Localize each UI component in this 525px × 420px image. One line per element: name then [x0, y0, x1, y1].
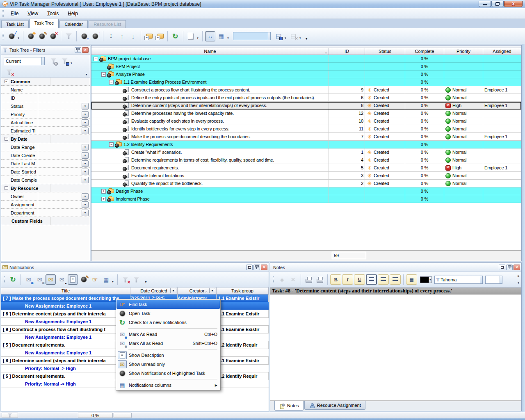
toolbar-button[interactable] — [378, 274, 389, 285]
minimize-button[interactable] — [479, 1, 491, 7]
filter-value-field[interactable] — [38, 94, 90, 102]
pin-button[interactable] — [506, 265, 513, 270]
filter-row[interactable]: Date Last M ▼ — [1, 160, 90, 168]
tree-expander[interactable] — [101, 197, 106, 201]
column-header-task-group[interactable]: Task group — [217, 288, 269, 294]
task-tree-row[interactable]: Determine content (steps and their inter… — [91, 102, 521, 110]
color-dropdown-arrow[interactable]: ▼ — [429, 276, 432, 283]
restore-panel-button[interactable] — [499, 265, 505, 270]
column-header-date-created[interactable]: Date Created▼ — [130, 288, 178, 294]
context-menu-item[interactable]: Check for a new notifications ▶ — [116, 318, 220, 327]
filter-value-field[interactable] — [38, 192, 82, 200]
filter-dropdown-button[interactable]: ▼ — [82, 193, 89, 200]
dropdown-arrow[interactable]: ▼ — [70, 62, 73, 64]
toolbar-button[interactable] — [216, 31, 226, 41]
task-tree-row[interactable]: Construct a process flow chart illustrat… — [91, 86, 521, 94]
context-menu-item[interactable]: Open Task ▶ — [116, 309, 220, 318]
close-panel-button[interactable]: × — [82, 47, 89, 53]
view-tab[interactable]: Resource List — [89, 20, 126, 28]
tab-notes[interactable]: Notes — [274, 401, 304, 411]
task-tree-row[interactable]: Implement Phase 0 % — [91, 195, 521, 203]
task-tree-row[interactable]: Quantify the impact of the bottleneck. 2… — [91, 180, 521, 187]
toolbar-button[interactable] — [131, 274, 142, 285]
tree-expander[interactable] — [101, 72, 106, 77]
toolbar-button[interactable] — [390, 274, 401, 285]
filter-value-field[interactable] — [38, 143, 82, 151]
task-tree-row[interactable]: Evaluate capacity of each step in every … — [91, 117, 521, 125]
view-tab[interactable]: Task List — [1, 20, 29, 28]
toolbar-button[interactable] — [7, 31, 17, 41]
context-menu-item[interactable]: Find task ▶ — [116, 300, 220, 309]
filter-row[interactable]: Date Range ▼ — [1, 143, 90, 151]
column-header-name[interactable]: Name△ — [91, 48, 329, 55]
toolbar-button[interactable] — [90, 274, 100, 285]
toolbar-button[interactable] — [205, 31, 215, 41]
font-family-combo[interactable]: T Tahoma — [434, 276, 483, 284]
filter-value-field[interactable] — [50, 217, 90, 225]
filter-row[interactable]: Name ▼ — [1, 86, 90, 94]
filter-row[interactable]: Estimated Ti ▼ — [1, 127, 90, 135]
context-menu-item[interactable]: Notifications columns ▶ — [116, 381, 220, 390]
context-menu-item[interactable]: Show Description ▶ — [116, 351, 220, 360]
toolbar-button[interactable] — [186, 31, 196, 41]
toolbar-button[interactable] — [144, 31, 154, 41]
filter-dropdown-button[interactable]: ▼ — [82, 169, 89, 175]
pin-button[interactable] — [253, 265, 260, 270]
task-tree-row[interactable]: 1.1 Examine Existing Process Environment… — [91, 78, 521, 86]
toolbar-button[interactable] — [59, 56, 70, 66]
task-tree-row[interactable]: Evaluate tolerant limitations. 3 Created… — [91, 172, 521, 180]
toolbar-button[interactable] — [406, 274, 417, 285]
tree-expander[interactable] — [101, 189, 106, 194]
font-size-combo[interactable] — [485, 276, 502, 284]
task-tree-row[interactable]: Make the process scope document describi… — [91, 133, 521, 141]
dropdown-arrow[interactable]: ▼ — [284, 37, 287, 39]
toolbar-button[interactable] — [315, 274, 325, 285]
tree-expander[interactable] — [94, 57, 98, 61]
filter-dropdown-button[interactable]: ▼ — [82, 201, 89, 208]
toolbar-button[interactable] — [79, 31, 89, 41]
filter-dropdown-button[interactable]: ▼ — [82, 152, 89, 159]
group-collapse-icon[interactable] — [5, 186, 8, 190]
filter-dropdown-button[interactable]: ▼ — [82, 210, 89, 216]
note-editor-area[interactable] — [270, 294, 521, 401]
tree-expander[interactable] — [109, 80, 114, 84]
filter-row[interactable]: Custom Fields ▼ — [1, 217, 90, 225]
column-header-complete[interactable]: Complete — [405, 48, 444, 55]
task-tree-row[interactable]: Determine processes having the lowest ca… — [91, 110, 521, 117]
filter-value-field[interactable] — [38, 86, 90, 94]
filter-value-field[interactable] — [38, 201, 82, 208]
toolbar-button[interactable] — [330, 274, 341, 285]
toolbar-button[interactable] — [120, 274, 130, 285]
menu-item[interactable]: View — [23, 9, 43, 18]
toolbar-overflow-icon[interactable]: ▼ — [305, 37, 308, 40]
dropdown-arrow[interactable]: ▼ — [17, 37, 20, 39]
dropdown-arrow[interactable]: ▼ — [227, 37, 229, 39]
font-color-swatch[interactable] — [420, 276, 429, 283]
filter-dropdown-button[interactable]: ▼ — [170, 288, 176, 293]
task-tree-row[interactable]: 1.2 Identify Requirements 0 % — [91, 141, 521, 148]
toolbar-button[interactable] — [128, 31, 138, 41]
restore-button[interactable] — [491, 1, 504, 7]
task-tree-row[interactable]: Analyze Phase 0 % — [91, 71, 521, 78]
toolbar-button[interactable] — [155, 31, 165, 41]
toolbar-button[interactable] — [8, 274, 18, 285]
filter-value-field[interactable] — [38, 168, 82, 176]
toolbar-button[interactable] — [26, 31, 36, 41]
task-tree-row[interactable]: BPM Project 0 % — [91, 63, 521, 71]
group-collapse-icon[interactable] — [5, 137, 8, 141]
toolbar-more-icon[interactable]: » — [518, 274, 520, 278]
column-header-id[interactable]: ID — [329, 48, 365, 55]
toolbar-button[interactable] — [48, 56, 59, 66]
filter-row[interactable]: Status ▼ — [1, 102, 90, 110]
dropdown-arrow[interactable]: ▼ — [112, 281, 114, 283]
filter-preset-combo[interactable]: Current — [4, 57, 45, 65]
dropdown-arrow[interactable]: ▼ — [196, 37, 199, 39]
toolbar-button[interactable] — [68, 274, 78, 285]
filter-dropdown-button[interactable]: ▼ — [82, 111, 89, 118]
filter-dropdown-button[interactable]: ▼ — [82, 144, 89, 151]
toolbar-button[interactable] — [46, 274, 56, 285]
context-menu-item[interactable]: Mark As Read Ctrl+O ▶ — [116, 330, 220, 339]
filter-value-field[interactable] — [38, 102, 82, 110]
filter-row[interactable]: Owner ▼ — [1, 192, 90, 201]
close-panel-button[interactable]: × — [261, 265, 267, 270]
